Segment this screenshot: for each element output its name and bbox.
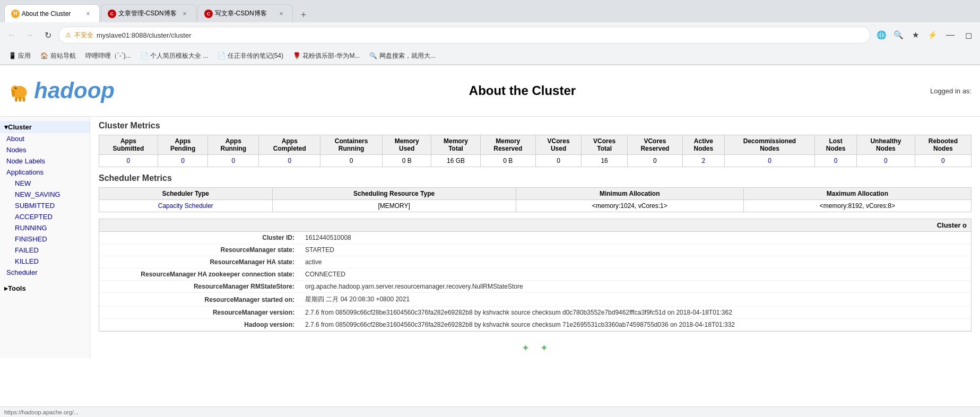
val-apps-running[interactable]: 0 [208, 155, 259, 167]
address-bar[interactable]: ⚠ 不安全 myslave01:8088/cluster/cluster [58, 27, 871, 44]
info-row-rm-state-store: ResourceManager RMStateStore: org.apache… [99, 281, 971, 293]
info-row-rm-zk-state: ResourceManager HA zookeeper connection … [99, 268, 971, 281]
val-unhealthy-nodes[interactable]: 0 [856, 155, 915, 167]
address-text: myslave01:8088/cluster/cluster [97, 31, 864, 39]
label-rm-ha-state: ResourceManager HA state: [99, 256, 301, 268]
val-rm-version: 2.7.6 from 085099c66cf28be31604560c376fa… [301, 307, 971, 319]
new-tab-button[interactable]: + [296, 7, 311, 22]
search-icon[interactable]: 🔍 [891, 28, 906, 42]
sidebar-item-about[interactable]: About [0, 133, 90, 144]
security-icon: ⚠ [65, 31, 71, 39]
tab-csdn2[interactable]: C 写文章-CSDN博客 × [197, 4, 293, 22]
val-lost-nodes[interactable]: 0 [815, 155, 857, 167]
val-scheduler-type[interactable]: Capacity Scheduler [99, 200, 273, 212]
page-header: hadoop About the Cluster Logged in as: [0, 65, 980, 117]
bookmark-resume-label: 📄 个人简历模板大全 ... [141, 51, 209, 60]
translate-icon[interactable]: 🌐 [874, 28, 889, 42]
col-memory-total: MemoryTotal [431, 135, 480, 155]
bookmark-search[interactable]: 🔍 网盘搜索，就用大... [365, 50, 439, 62]
sidebar-item-scheduler[interactable]: Scheduler [0, 267, 90, 278]
bookmark-icon[interactable]: ★ [908, 28, 923, 42]
val-decommissioned-nodes[interactable]: 0 [724, 155, 815, 167]
bookmark-notes[interactable]: 📄 任正非传的笔记(54) [213, 50, 288, 62]
col-memory-reserved: MemoryReserved [480, 135, 535, 155]
svg-rect-5 [19, 97, 21, 101]
cluster-metrics-title: Cluster Metrics [99, 121, 972, 131]
hadoop-logo-text: hadoop [34, 80, 115, 102]
sidebar-item-new[interactable]: NEW [8, 178, 90, 189]
extensions-icon[interactable]: ⚡ [925, 28, 940, 42]
sidebar-item-new-saving[interactable]: NEW_SAVING [8, 189, 90, 200]
col-vcores-total: VCoresTotal [582, 135, 628, 155]
sidebar-item-applications[interactable]: Applications [0, 167, 90, 178]
svg-point-3 [12, 90, 15, 98]
info-row-rm-started: ResourceManager started on: 星期四 二月 04 20… [99, 293, 971, 307]
col-memory-used: MemoryUsed [383, 135, 431, 155]
reload-button[interactable]: ↻ [40, 28, 55, 42]
forward-button[interactable]: → [22, 28, 37, 42]
val-vcores-reserved: 0 [627, 155, 682, 167]
tab-hadoop[interactable]: H About the Cluster × [4, 4, 100, 22]
col-lost-nodes: LostNodes [815, 135, 857, 155]
bookmark-apps-label: 📱 应用 [8, 51, 31, 60]
bookmark-resume[interactable]: 📄 个人简历模板大全 ... [136, 50, 213, 62]
col-apps-submitted: AppsSubmitted [99, 135, 158, 155]
val-hadoop-version: 2.7.6 from 085099c66cf28be31604560c376fa… [301, 319, 971, 331]
val-vcores-used: 0 [535, 155, 582, 167]
info-row-rm-version: ResourceManager version: 2.7.6 from 0850… [99, 307, 971, 319]
svg-point-8 [16, 88, 16, 88]
bookmark-apps[interactable]: 📱 应用 [4, 50, 35, 62]
sidebar-item-finished[interactable]: FINISHED [8, 233, 90, 245]
bookmark-search-label: 🔍 网盘搜索，就用大... [369, 51, 435, 60]
toolbar-icons: 🌐 🔍 ★ ⚡ [874, 28, 940, 42]
val-apps-submitted[interactable]: 0 [99, 155, 158, 167]
address-bar-row: ← → ↻ ⚠ 不安全 myslave01:8088/cluster/clust… [0, 22, 980, 48]
tab-close-hadoop[interactable]: × [83, 9, 93, 19]
sidebar-item-submitted[interactable]: SUBMITTED [8, 200, 90, 211]
page: hadoop About the Cluster Logged in as: ▾… [0, 65, 980, 417]
col-vcores-reserved: VCoresReserved [627, 135, 682, 155]
tab-close-csdn1[interactable]: × [180, 9, 189, 19]
tab-title-csdn1: 文章管理-CSDN博客 [118, 9, 178, 18]
page-title: About the Cluster [115, 83, 930, 98]
cluster-info-header: Cluster o [99, 219, 971, 232]
bookmark-nav[interactable]: 🏠 前站导航 [36, 50, 80, 62]
sidebar-cluster-toggle[interactable]: ▾Cluster [0, 121, 90, 133]
bookmark-bilibili[interactable]: 哔哩哔哩（`-`)... [81, 50, 135, 62]
val-apps-completed[interactable]: 0 [259, 155, 320, 167]
hadoop-elephant-icon [8, 70, 34, 112]
info-row-rm-state: ResourceManager state: STARTED [99, 244, 971, 256]
sidebar-item-running[interactable]: RUNNING [8, 222, 90, 233]
sidebar-tools-toggle[interactable]: ▸Tools [0, 282, 90, 294]
sidebar-item-failed[interactable]: FAILED [8, 245, 90, 256]
bookmark-nav-label: 🏠 前站导航 [40, 51, 75, 60]
bookmarks-bar: 📱 应用 🏠 前站导航 哔哩哔哩（`-`)... 📄 个人简历模板大全 ... … [0, 48, 980, 65]
val-rebooted-nodes[interactable]: 0 [915, 155, 971, 167]
col-unhealthy-nodes: UnhealthyNodes [856, 135, 915, 155]
val-active-nodes[interactable]: 2 [683, 155, 725, 167]
info-row-rm-ha-state: ResourceManager HA state: active [99, 256, 971, 268]
svg-rect-6 [23, 97, 25, 101]
val-min-allocation: <memory:1024, vCores:1> [516, 200, 743, 212]
cluster-metrics-table: AppsSubmitted AppsPending AppsRunning Ap… [99, 135, 972, 167]
val-memory-total: 16 GB [431, 155, 480, 167]
sidebar-item-node-labels[interactable]: Node Labels [0, 155, 90, 167]
bookmark-huawei[interactable]: 🌹 花粉俱乐部-华为M... [289, 50, 364, 62]
logged-in-label: Logged in as: [930, 87, 972, 95]
sidebar-item-killed[interactable]: KILLED [8, 256, 90, 267]
sidebar: ▾Cluster About Nodes Node Labels Applica… [0, 117, 90, 358]
val-rm-state: STARTED [301, 244, 971, 256]
decorative-icons: ✦ ✦ [99, 342, 972, 354]
minimize-button[interactable]: — [943, 28, 958, 42]
val-rm-zk-state: CONNECTED [301, 268, 971, 281]
sidebar-item-nodes[interactable]: Nodes [0, 144, 90, 155]
col-apps-completed: AppsCompleted [259, 135, 320, 155]
col-rebooted-nodes: RebootedNodes [915, 135, 971, 155]
val-rm-started: 星期四 二月 04 20:08:30 +0800 2021 [301, 293, 971, 307]
tab-csdn1[interactable]: C 文章管理-CSDN博客 × [101, 4, 196, 22]
tab-close-csdn2[interactable]: × [276, 9, 286, 19]
back-button[interactable]: ← [4, 28, 19, 42]
sidebar-item-accepted[interactable]: ACCEPTED [8, 211, 90, 222]
val-apps-pending[interactable]: 0 [158, 155, 207, 167]
maximize-button[interactable]: ◻ [961, 28, 976, 42]
